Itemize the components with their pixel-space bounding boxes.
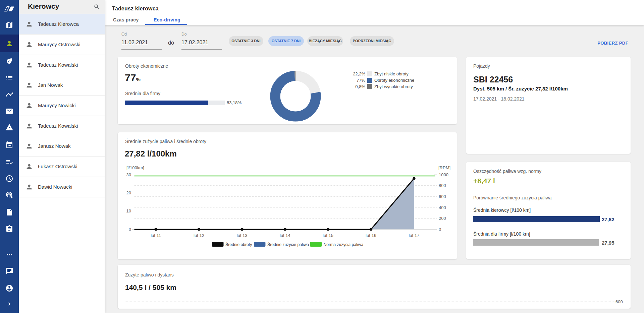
svg-text:10: 10 [126,208,131,213]
svg-text:0: 0 [129,227,131,232]
svg-text:lut 17: lut 17 [409,233,419,238]
svg-text:[l/100km]: [l/100km] [126,165,144,170]
svg-text:lut 15: lut 15 [323,233,333,238]
svg-text:Średnie obroty: Średnie obroty [225,242,252,247]
svg-text:lut 12: lut 12 [194,233,204,238]
svg-text:[RPM]: [RPM] [438,165,450,170]
svg-text:Norma zużycia paliwa: Norma zużycia paliwa [324,242,364,247]
svg-text:200: 200 [439,216,446,221]
svg-text:lut 13: lut 13 [237,233,248,238]
svg-text:lut 16: lut 16 [366,233,376,238]
svg-text:400: 400 [439,205,446,210]
svg-text:20: 20 [126,190,131,195]
svg-text:1000: 1000 [439,172,448,177]
svg-text:Średnie zużycie paliwa: Średnie zużycie paliwa [267,242,309,247]
svg-text:0: 0 [439,227,441,232]
svg-text:600: 600 [615,299,623,304]
svg-text:600: 600 [439,194,446,199]
svg-text:800: 800 [439,183,446,188]
svg-text:lut 11: lut 11 [151,233,161,238]
svg-text:lut 14: lut 14 [280,233,290,238]
svg-text:30: 30 [126,172,131,177]
